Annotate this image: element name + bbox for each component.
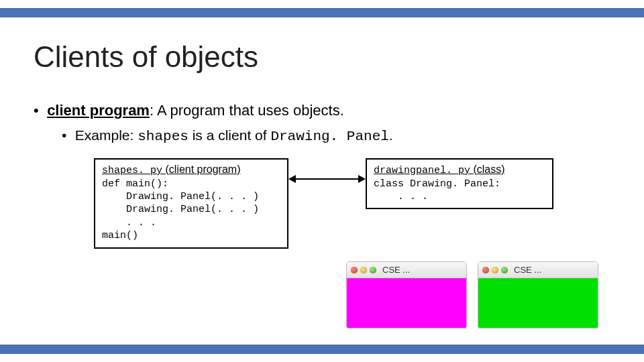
code-boxes-area: shapes. py (client program) def main(): …	[94, 158, 604, 252]
b2-code1: shapes	[138, 129, 189, 144]
traffic-lights-icon	[351, 267, 376, 274]
slide: Clients of objects • client program: A p…	[0, 0, 644, 362]
left-label: (client program)	[162, 164, 240, 175]
definition: : A program that uses objects.	[150, 102, 344, 119]
output-window-2: CSE ...	[478, 261, 598, 328]
zoom-icon	[370, 267, 376, 274]
b2-prefix: Example:	[75, 127, 138, 143]
right-code: class Drawing. Panel: . . .	[374, 178, 545, 203]
bullet-list: • client program: A program that uses ob…	[34, 101, 610, 146]
window-titlebar: CSE ...	[347, 262, 466, 278]
close-icon	[482, 267, 489, 274]
bullet-dot-icon: •	[62, 125, 71, 145]
window-body	[347, 278, 466, 328]
accent-bar-bottom	[0, 345, 644, 354]
output-windows: CSE ... CSE ...	[346, 261, 601, 335]
minimize-icon	[492, 267, 498, 274]
bullet-2: • Example: shapes is a client of Drawing…	[62, 125, 610, 146]
output-window-1: CSE ...	[346, 261, 467, 328]
b2-mid: is a client of	[189, 127, 271, 143]
left-code: def main(): Drawing. Panel(. . . ) Drawi…	[102, 178, 280, 242]
traffic-lights-icon	[482, 267, 508, 274]
term: client program	[47, 102, 150, 119]
client-code-box: shapes. py (client program) def main(): …	[94, 158, 288, 249]
bullet-dot-icon: •	[34, 101, 43, 121]
zoom-icon	[501, 267, 508, 274]
window-title: CSE ...	[514, 265, 541, 275]
b2-code2: Drawing. Panel	[270, 129, 388, 144]
left-filename: shapes. py	[102, 165, 162, 176]
window-title: CSE ...	[382, 265, 410, 275]
accent-bar-top	[0, 8, 644, 17]
b2-suffix: .	[389, 127, 393, 143]
minimize-icon	[360, 267, 367, 274]
close-icon	[351, 267, 358, 274]
class-code-box: drawingpanel. py (class) class Drawing. …	[366, 158, 553, 209]
window-titlebar: CSE ...	[478, 262, 598, 278]
double-arrow-icon	[290, 178, 364, 180]
bullet-1: • client program: A program that uses ob…	[34, 101, 610, 121]
slide-title: Clients of objects	[34, 40, 258, 74]
right-filename: drawingpanel. py	[374, 165, 470, 176]
right-label: (class)	[470, 164, 505, 175]
window-body	[478, 278, 598, 328]
